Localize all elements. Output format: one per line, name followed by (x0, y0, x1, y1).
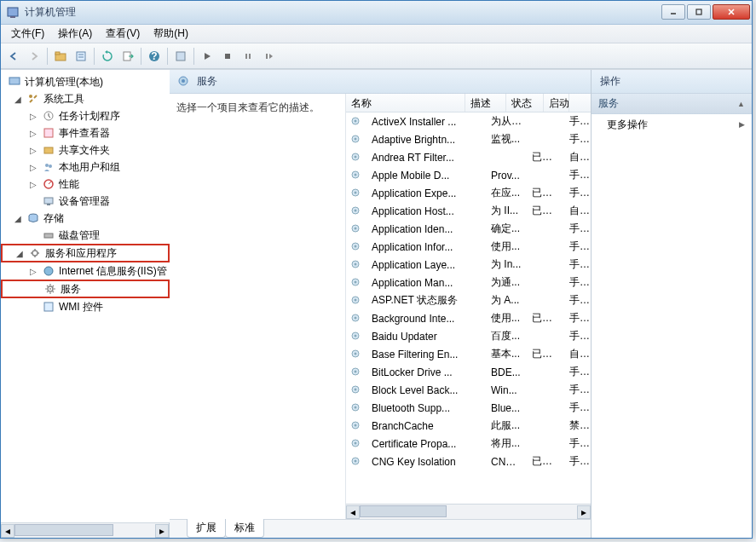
expand-icon[interactable]: ▷ (28, 180, 38, 189)
refresh-icon[interactable] (98, 47, 117, 66)
tree-performance[interactable]: ▷ 性能 (1, 176, 170, 193)
svg-point-65 (355, 352, 357, 355)
list-item[interactable]: Andrea RT Filter...已启动自动 (346, 148, 591, 166)
column-startup[interactable]: 启动 (544, 94, 569, 112)
nav-back-button[interactable] (4, 47, 23, 66)
tree-shared-folders[interactable]: ▷ 共享文件夹 (1, 141, 170, 159)
gear-icon (349, 437, 363, 451)
tree-storage[interactable]: ◢ 存储 (1, 210, 170, 227)
menu-file[interactable]: 文件(F) (4, 25, 51, 43)
list-item[interactable]: Background Inte...使用...已启动手动 (346, 309, 591, 327)
list-item[interactable]: Baidu Updater百度...手动 (346, 327, 591, 345)
menu-view[interactable]: 查看(V) (99, 25, 147, 43)
expand-icon[interactable]: ▷ (28, 163, 38, 172)
nav-forward-button[interactable] (25, 47, 43, 66)
list-item[interactable]: Application Iden...确定...手动 (346, 220, 591, 238)
properties-icon[interactable] (72, 47, 90, 66)
svg-point-57 (355, 280, 357, 283)
service-desc: 为 In... (486, 257, 527, 272)
service-name: Base Filtering En... (366, 349, 486, 360)
expand-icon[interactable]: ▷ (28, 129, 38, 138)
collapse-arrow-icon[interactable]: ▲ (737, 100, 745, 108)
scroll-left-icon[interactable]: ◂ (346, 505, 360, 519)
tree-disk-management[interactable]: ▷ 磁盘管理 (1, 227, 170, 244)
tab-extended[interactable]: 扩展 (187, 519, 226, 538)
list-item[interactable]: Application Laye...为 In...手动 (346, 256, 591, 274)
list-item[interactable]: BranchCache此服...禁用 (346, 417, 591, 435)
scroll-left-icon[interactable]: ◂ (1, 524, 14, 538)
menu-action[interactable]: 操作(A) (51, 25, 99, 43)
tree-root[interactable]: 计算机管理(本地) (1, 73, 170, 90)
toolbar: ? (1, 43, 752, 69)
help-icon[interactable]: ? (145, 47, 164, 66)
list-item[interactable]: Certificate Propa...将用...手动 (346, 435, 591, 453)
list-item[interactable]: Bluetooth Supp...Blue...手动 (346, 399, 591, 417)
service-startup: 手动 (564, 257, 590, 272)
tree-iis[interactable]: ▷ Internet 信息服务(IIS)管 (1, 262, 170, 280)
tab-standard[interactable]: 标准 (225, 519, 264, 538)
tree-wmi[interactable]: ▷ WMI 控件 (1, 298, 170, 315)
close-button[interactable] (713, 4, 750, 20)
description-area: 选择一个项目来查看它的描述。 (170, 94, 345, 519)
service-desc: 为通... (486, 275, 527, 290)
details-icon[interactable] (171, 47, 190, 66)
list-horizontal-scrollbar[interactable]: ◂ ▸ (346, 504, 591, 519)
list-item[interactable]: Base Filtering En...基本...已启动自动 (346, 345, 591, 363)
svg-rect-35 (44, 303, 53, 311)
gear-icon (349, 240, 363, 254)
list-item[interactable]: ActiveX Installer ...为从 ...手动 (346, 112, 591, 130)
tree-event-viewer[interactable]: ▷ 事件查看器 (1, 124, 170, 141)
column-name[interactable]: 名称 (346, 94, 465, 112)
tree-horizontal-scrollbar[interactable]: ◂ ▸ (1, 522, 169, 538)
column-status[interactable]: 状态 (506, 94, 544, 112)
list-item[interactable]: Apple Mobile D...Prov...手动 (346, 166, 591, 184)
scroll-right-icon[interactable]: ▸ (577, 505, 591, 519)
minimize-button[interactable] (661, 4, 685, 20)
list-item[interactable]: CNG Key IsolationCNG...已启动手动 (346, 453, 591, 470)
performance-icon (42, 177, 55, 191)
tree-local-users[interactable]: ▷ 本地用户和组 (1, 159, 170, 176)
list-item[interactable]: ASP.NET 状态服务为 A...手动 (346, 291, 591, 309)
service-name: BitLocker Drive ... (366, 366, 486, 378)
tree-services[interactable]: ▷ 服务 (1, 280, 170, 298)
play-icon[interactable] (198, 47, 216, 66)
tree-services-apps[interactable]: ◢ 服务和应用程序 (1, 244, 170, 262)
svg-point-47 (355, 191, 357, 193)
tree-device-manager[interactable]: ▷ 设备管理器 (1, 193, 170, 210)
collapse-icon[interactable]: ◢ (13, 95, 23, 104)
column-description[interactable]: 描述 (465, 94, 506, 112)
list-item[interactable]: Adaptive Brightn...监视...手动 (346, 130, 591, 148)
list-item[interactable]: Application Expe...在应...已启动手动 (346, 184, 591, 202)
list-body[interactable]: ActiveX Installer ...为从 ...手动Adaptive Br… (346, 112, 591, 504)
expand-icon[interactable]: ▷ (28, 146, 38, 155)
service-startup: 手动 (564, 401, 590, 415)
pause-icon[interactable] (239, 47, 257, 66)
tree-system-tools[interactable]: ◢ 系统工具 (1, 90, 170, 107)
list-item[interactable]: BitLocker Drive ...BDE...手动 (346, 363, 591, 381)
actions-more[interactable]: 更多操作 ▶ (592, 114, 752, 135)
restart-icon[interactable] (259, 47, 278, 66)
expand-icon[interactable]: ▷ (28, 112, 38, 121)
service-desc: 使用... (486, 311, 527, 326)
list-item[interactable]: Application Host...为 II...已启动自动 (346, 202, 591, 220)
collapse-icon[interactable]: ◢ (13, 214, 23, 223)
stop-icon[interactable] (218, 47, 237, 66)
menu-help[interactable]: 帮助(H) (147, 25, 195, 43)
maximize-button[interactable] (687, 4, 711, 20)
list-item[interactable]: Block Level Back...Win...手动 (346, 381, 591, 399)
scroll-right-icon[interactable]: ▸ (155, 524, 169, 538)
folder-icon[interactable] (51, 47, 70, 66)
svg-rect-18 (266, 54, 268, 59)
service-desc: BDE... (486, 366, 527, 378)
gear-icon (349, 401, 363, 415)
gear-icon (349, 276, 363, 290)
tree-panel[interactable]: 计算机管理(本地) ◢ 系统工具 ▷ 任务计划程序 ▷ 事件查看器 ▷ 共享文件… (1, 70, 170, 522)
export-icon[interactable] (118, 47, 137, 66)
list-item[interactable]: Application Infor...使用...手动 (346, 238, 591, 256)
expand-icon[interactable]: ▷ (28, 267, 38, 276)
list-item[interactable]: Application Man...为通...手动 (346, 274, 591, 291)
gear-icon (349, 169, 363, 182)
collapse-icon[interactable]: ◢ (14, 249, 25, 258)
tree-task-scheduler[interactable]: ▷ 任务计划程序 (1, 107, 170, 124)
actions-section[interactable]: 服务 ▲ (592, 94, 752, 114)
